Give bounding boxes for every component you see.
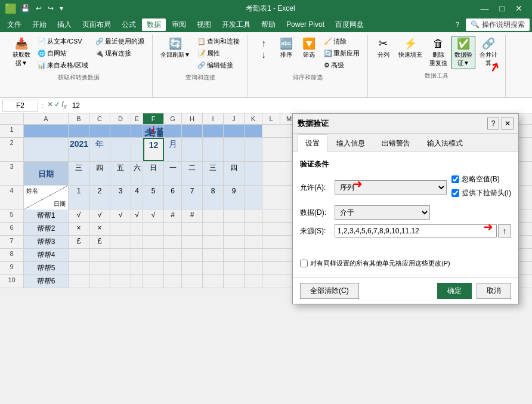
apply-all-row: 对有同样设置的所有其他单元格应用这些更改(P): [300, 259, 511, 268]
apply-all-label: 对有同样设置的所有其他单元格应用这些更改(P): [310, 259, 450, 268]
dialog-footer: 全部清除(C) 确定 取消: [293, 277, 518, 304]
dialog-source-label: 来源(S):: [300, 226, 330, 236]
dropdown-arrow-row: 提供下拉箭头(I): [451, 188, 511, 198]
dialog-tab-error[interactable]: 出错警告: [374, 134, 418, 152]
dialog-footer-buttons: 确定 取消: [437, 283, 511, 299]
ok-button[interactable]: 确定: [437, 283, 472, 299]
ignore-blank-row: 忽略空值(B): [451, 174, 511, 184]
dialog-tabs: 设置 输入信息 出错警告 输入法模式: [293, 134, 518, 152]
collapse-button[interactable]: ↑: [498, 224, 511, 238]
clear-all-button[interactable]: 全部清除(C): [300, 283, 359, 299]
dialog-data-select[interactable]: 介于: [335, 205, 430, 220]
cancel-button[interactable]: 取消: [477, 283, 511, 299]
dialog-body: 验证条件 允许(A): 序列 忽略空值(B) 提供下: [293, 152, 518, 277]
dialog-title-bar: 数据验证 ? ✕: [293, 114, 518, 134]
red-arrow-allow: ➜: [352, 177, 363, 191]
dropdown-arrow-label: 提供下拉箭头(I): [462, 188, 511, 198]
dialog-help-button[interactable]: ?: [487, 118, 499, 129]
dialog-tab-settings[interactable]: 设置: [298, 134, 327, 152]
dialog-data-row: 数据(D): 介于: [300, 205, 511, 220]
dialog-allow-row: 允许(A): 序列 忽略空值(B) 提供下拉箭头(I): [300, 174, 511, 201]
dialog-overlay: 数据验证 ? ✕ 设置 输入信息 出错警告 输入法模式 验证条件 允许(A): …: [0, 0, 532, 404]
ignore-blank-checkbox[interactable]: [451, 175, 459, 183]
dialog-title: 数据验证: [298, 118, 329, 129]
dialog-section-title: 验证条件: [300, 159, 511, 169]
dialog-allow-label: 允许(A):: [300, 183, 330, 193]
red-arrow-source: ➜: [483, 220, 493, 234]
dialog-data-label: 数据(D):: [300, 208, 330, 218]
arrow-source-container: ➜: [300, 242, 511, 247]
dialog-tab-input-msg[interactable]: 输入信息: [329, 134, 373, 152]
dialog-controls: ? ✕: [487, 118, 514, 129]
dialog-tab-ime[interactable]: 输入法模式: [419, 134, 471, 152]
dialog-checkboxes: 忽略空值(B) 提供下拉箭头(I): [451, 174, 511, 201]
apply-all-checkbox[interactable]: [300, 260, 308, 267]
dialog-allow-select[interactable]: 序列: [335, 180, 447, 195]
ignore-blank-label: 忽略空值(B): [462, 174, 500, 184]
data-validation-dialog: 数据验证 ? ✕ 设置 输入信息 出错警告 输入法模式 验证条件 允许(A): …: [292, 113, 519, 304]
dialog-close-button[interactable]: ✕: [502, 118, 514, 129]
spacer: [300, 247, 511, 259]
dropdown-arrow-checkbox[interactable]: [451, 189, 459, 197]
dialog-source-input[interactable]: [335, 224, 497, 238]
dialog-source-row: 来源(S): ↑: [300, 224, 511, 238]
